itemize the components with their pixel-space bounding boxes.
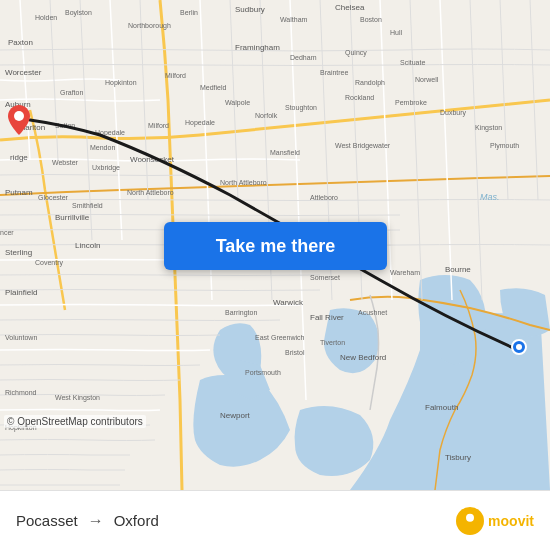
svg-text:Holden: Holden [35, 14, 57, 21]
svg-text:Hopedale: Hopedale [185, 119, 215, 127]
svg-text:Bristol: Bristol [285, 349, 305, 356]
svg-text:Barrington: Barrington [225, 309, 257, 317]
svg-text:Duxbury: Duxbury [440, 109, 467, 117]
svg-text:Paxton: Paxton [8, 38, 33, 47]
svg-text:Boylston: Boylston [65, 9, 92, 17]
svg-text:North Attleboro: North Attleboro [220, 179, 267, 186]
svg-text:Richmond: Richmond [5, 389, 37, 396]
svg-text:Berlin: Berlin [180, 9, 198, 16]
svg-text:New Bedford: New Bedford [340, 353, 386, 362]
svg-text:Warwick: Warwick [273, 298, 304, 307]
moovit-text: moovit [488, 513, 534, 529]
svg-text:Newport: Newport [220, 411, 251, 420]
svg-point-80 [516, 344, 522, 350]
map-container: Paxton Holden Boylston Worcester Northbo… [0, 0, 550, 490]
svg-text:East Greenwich: East Greenwich [255, 334, 305, 341]
svg-text:ncer: ncer [0, 229, 14, 236]
svg-point-81 [14, 111, 24, 121]
svg-text:Tiverton: Tiverton [320, 339, 345, 346]
svg-text:Portsmouth: Portsmouth [245, 369, 281, 376]
svg-text:Worcester: Worcester [5, 68, 42, 77]
svg-text:Lincoln: Lincoln [75, 241, 100, 250]
svg-text:Walpole: Walpole [225, 99, 250, 107]
svg-text:Stoughton: Stoughton [285, 104, 317, 112]
svg-text:West Bridgewater: West Bridgewater [335, 142, 391, 150]
svg-text:Milford: Milford [148, 122, 169, 129]
svg-text:Acushnet: Acushnet [358, 309, 387, 316]
route-arrow: → [88, 512, 104, 530]
svg-text:Burrillville: Burrillville [55, 213, 90, 222]
route-to: Oxford [114, 512, 159, 529]
origin-marker [510, 338, 528, 356]
svg-text:Boston: Boston [360, 16, 382, 23]
svg-text:Plainfield: Plainfield [5, 288, 37, 297]
svg-text:Framingham: Framingham [235, 43, 280, 52]
svg-text:Scituate: Scituate [400, 59, 425, 66]
svg-text:Pembroke: Pembroke [395, 99, 427, 106]
svg-text:Fall River: Fall River [310, 313, 344, 322]
take-me-there-button[interactable]: Take me there [164, 222, 387, 270]
route-from: Pocasset [16, 512, 78, 529]
svg-text:Northborough: Northborough [128, 22, 171, 30]
svg-text:Tisbury: Tisbury [445, 453, 471, 462]
svg-text:Mendon: Mendon [90, 144, 115, 151]
destination-marker [8, 105, 30, 135]
svg-text:Smithfield: Smithfield [72, 202, 103, 209]
svg-text:Webster: Webster [52, 159, 79, 166]
svg-text:Norfolk: Norfolk [255, 112, 278, 119]
svg-text:Sterling: Sterling [5, 248, 32, 257]
svg-text:Attleboro: Attleboro [310, 194, 338, 201]
svg-text:Hopkinton: Hopkinton [105, 79, 137, 87]
svg-text:Chelsea: Chelsea [335, 3, 365, 12]
svg-point-82 [466, 513, 474, 521]
svg-text:Braintree: Braintree [320, 69, 349, 76]
moovit-logo: moovit [456, 507, 534, 535]
svg-text:Mas.: Mas. [480, 192, 500, 202]
svg-text:Falmouth: Falmouth [425, 403, 458, 412]
svg-text:Voluntown: Voluntown [5, 334, 37, 341]
svg-text:Randolph: Randolph [355, 79, 385, 87]
bottom-bar: Pocasset → Oxford moovit [0, 490, 550, 550]
svg-text:Waltham: Waltham [280, 16, 308, 23]
svg-text:Grafton: Grafton [60, 89, 83, 96]
svg-text:Sudbury: Sudbury [235, 5, 265, 14]
moovit-icon [456, 507, 484, 535]
map-attribution: © OpenStreetMap contributors [4, 415, 146, 428]
svg-text:Dedham: Dedham [290, 54, 317, 61]
svg-text:Wareham: Wareham [390, 269, 420, 276]
svg-text:Medfield: Medfield [200, 84, 227, 91]
svg-text:Bourne: Bourne [445, 265, 471, 274]
svg-text:North Attleboro: North Attleboro [127, 189, 174, 196]
svg-text:Uxbridge: Uxbridge [92, 164, 120, 172]
svg-text:Glocester: Glocester [38, 194, 69, 201]
svg-text:Kingston: Kingston [475, 124, 502, 132]
svg-text:West Kingston: West Kingston [55, 394, 100, 402]
svg-text:Somerset: Somerset [310, 274, 340, 281]
svg-text:Mansfield: Mansfield [270, 149, 300, 156]
svg-text:Putnam: Putnam [5, 188, 33, 197]
svg-text:Milford: Milford [165, 72, 186, 79]
svg-text:Hull: Hull [390, 29, 403, 36]
svg-text:Plymouth: Plymouth [490, 142, 519, 150]
svg-text:Quincy: Quincy [345, 49, 367, 57]
svg-text:Norwell: Norwell [415, 76, 439, 83]
svg-text:Coventry: Coventry [35, 259, 64, 267]
svg-text:ridge: ridge [10, 153, 28, 162]
svg-text:Rockland: Rockland [345, 94, 374, 101]
